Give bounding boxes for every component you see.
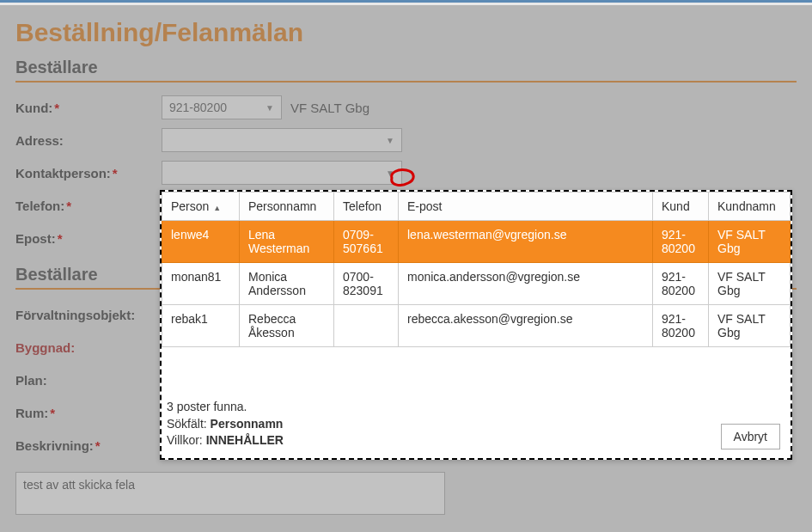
villkor-value: INNEHÅLLER [206, 433, 284, 447]
kontakt-label: Kontaktperson: [15, 166, 162, 180]
chevron-down-icon: ▼ [386, 168, 394, 178]
result-count-text: 3 poster funna. [167, 399, 284, 416]
kund-value: 921-80200 [169, 101, 227, 114]
table-row[interactable]: rebak1 Rebecca Åkesson rebecca.akesson@v… [162, 305, 791, 347]
telefon-label: Telefon: [15, 199, 162, 213]
cell-namn: Lena Westerman [240, 221, 334, 263]
kontakt-lookup-popup: Person Personnamn Telefon E-post Kund Ku… [160, 190, 792, 460]
lookup-table: Person Personnamn Telefon E-post Kund Ku… [162, 192, 791, 347]
cell-namn: Rebecca Åkesson [240, 305, 334, 347]
section-title-1: Beställare [15, 58, 797, 83]
col-header-personnamn[interactable]: Personnamn [240, 193, 334, 221]
adress-label: Adress: [15, 133, 162, 148]
col-header-epost[interactable]: E-post [399, 193, 653, 221]
byggnad-label: Byggnad: [15, 340, 162, 355]
villkor-label: Villkor: [167, 433, 206, 447]
cell-epost: lena.westerman@vgregion.se [399, 221, 653, 263]
table-row[interactable]: lenwe4 Lena Westerman 0709-507661 lena.w… [162, 221, 791, 263]
cell-epost: monica.andersson@vgregion.se [399, 263, 653, 305]
cell-kundnamn: VF SALT Gbg [709, 263, 791, 305]
cell-epost: rebecca.akesson@vgregion.se [399, 305, 653, 347]
cell-kund: 921-80200 [653, 263, 709, 305]
cell-kund: 921-80200 [653, 305, 709, 347]
table-row[interactable]: monan81 Monica Andersson 0700-823091 mon… [162, 263, 791, 305]
kontakt-dropdown[interactable]: ▼ [162, 161, 402, 185]
chevron-down-icon: ▼ [266, 103, 274, 113]
page-title: Beställning/Felanmälan [15, 18, 812, 47]
kund-label: Kund: [15, 101, 162, 115]
chevron-down-icon: ▼ [386, 136, 394, 145]
sokfalt-label: Sökfält: [167, 417, 211, 431]
cell-tel: 0709-507661 [334, 221, 399, 263]
cell-person: lenwe4 [162, 221, 240, 263]
sokfalt-value: Personnamn [211, 417, 284, 431]
cell-person: monan81 [162, 263, 240, 305]
kund-dropdown[interactable]: 921-80200 ▼ [162, 95, 282, 119]
adress-dropdown[interactable]: ▼ [162, 128, 402, 152]
cancel-button[interactable]: Avbryt [721, 424, 780, 449]
rum-label: Rum: [15, 406, 162, 420]
cell-kund: 921-80200 [653, 221, 709, 263]
cell-kundnamn: VF SALT Gbg [709, 305, 791, 347]
cell-tel: 0700-823091 [334, 263, 399, 305]
beskrivning-textarea[interactable]: test av att skicka fela [15, 472, 445, 515]
col-header-kund[interactable]: Kund [653, 193, 709, 221]
forvalt-label: Förvaltningsobjekt: [15, 308, 162, 322]
cell-namn: Monica Andersson [240, 263, 334, 305]
beskriv-label: Beskrivning: [15, 438, 162, 453]
col-header-person[interactable]: Person [162, 193, 240, 221]
popup-footer: 3 poster funna. Sökfält: Personnamn Vill… [162, 347, 791, 458]
col-header-kundnamn[interactable]: Kundnamn [709, 193, 791, 221]
kund-name-text: VF SALT Gbg [290, 101, 369, 115]
cell-kundnamn: VF SALT Gbg [709, 221, 791, 263]
col-header-telefon[interactable]: Telefon [334, 193, 399, 221]
plan-label: Plan: [15, 373, 162, 388]
popup-info-text: 3 poster funna. Sökfält: Personnamn Vill… [167, 399, 284, 449]
cell-person: rebak1 [162, 305, 240, 347]
cell-tel [334, 305, 399, 347]
epost-label: Epost: [15, 231, 162, 246]
